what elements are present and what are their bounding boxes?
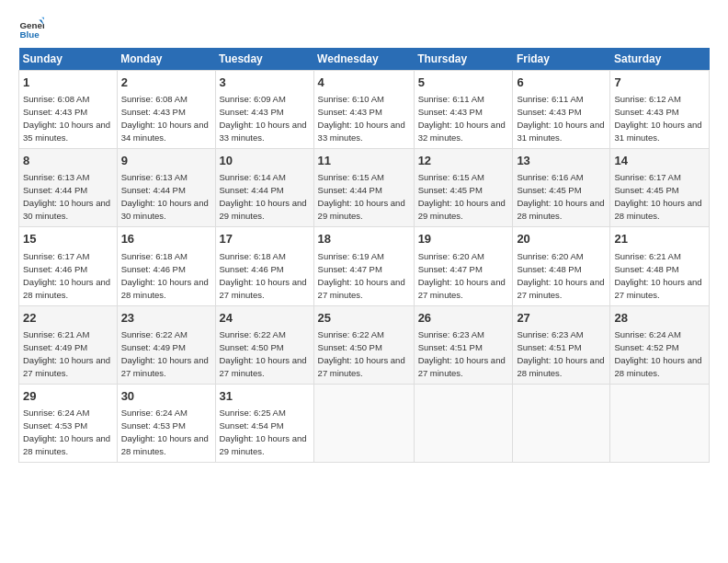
day-info: Sunrise: 6:18 AMSunset: 4:46 PMDaylight:… bbox=[121, 251, 209, 300]
logo-icon: General Blue bbox=[18, 15, 44, 40]
day-info: Sunrise: 6:13 AMSunset: 4:44 PMDaylight:… bbox=[23, 172, 110, 221]
day-number: 15 bbox=[23, 231, 113, 247]
day-info: Sunrise: 6:15 AMSunset: 4:44 PMDaylight:… bbox=[318, 172, 405, 221]
day-number: 22 bbox=[23, 310, 113, 327]
weekday-friday: Friday bbox=[513, 48, 610, 71]
day-info: Sunrise: 6:23 AMSunset: 4:51 PMDaylight:… bbox=[517, 329, 604, 378]
day-info: Sunrise: 6:14 AMSunset: 4:44 PMDaylight:… bbox=[220, 172, 307, 221]
weekday-wednesday: Wednesday bbox=[313, 48, 414, 71]
day-info: Sunrise: 6:21 AMSunset: 4:48 PMDaylight:… bbox=[614, 251, 701, 300]
weekday-thursday: Thursday bbox=[414, 48, 513, 71]
calendar-cell: 29Sunrise: 6:24 AMSunset: 4:53 PMDayligh… bbox=[19, 384, 118, 462]
calendar-cell bbox=[414, 384, 513, 462]
day-info: Sunrise: 6:13 AMSunset: 4:44 PMDaylight:… bbox=[121, 172, 209, 221]
calendar-cell: 12Sunrise: 6:15 AMSunset: 4:45 PMDayligh… bbox=[414, 149, 513, 227]
day-number: 21 bbox=[614, 231, 705, 247]
calendar-cell: 3Sunrise: 6:09 AMSunset: 4:43 PMDaylight… bbox=[215, 71, 313, 149]
day-info: Sunrise: 6:23 AMSunset: 4:51 PMDaylight:… bbox=[418, 329, 506, 378]
day-number: 7 bbox=[614, 75, 705, 91]
day-info: Sunrise: 6:15 AMSunset: 4:45 PMDaylight:… bbox=[418, 172, 506, 221]
calendar-cell bbox=[513, 384, 610, 462]
day-number: 20 bbox=[517, 231, 606, 247]
calendar-cell: 4Sunrise: 6:10 AMSunset: 4:43 PMDaylight… bbox=[313, 71, 414, 149]
day-info: Sunrise: 6:21 AMSunset: 4:49 PMDaylight:… bbox=[23, 329, 110, 378]
calendar-week-2: 8Sunrise: 6:13 AMSunset: 4:44 PMDaylight… bbox=[19, 149, 710, 227]
calendar-cell: 13Sunrise: 6:16 AMSunset: 4:45 PMDayligh… bbox=[513, 149, 610, 227]
day-number: 8 bbox=[23, 153, 113, 169]
calendar-cell: 18Sunrise: 6:19 AMSunset: 4:47 PMDayligh… bbox=[313, 227, 414, 305]
calendar-cell: 24Sunrise: 6:22 AMSunset: 4:50 PMDayligh… bbox=[215, 305, 313, 384]
day-number: 31 bbox=[220, 388, 310, 405]
day-info: Sunrise: 6:24 AMSunset: 4:53 PMDaylight:… bbox=[23, 408, 110, 456]
day-number: 26 bbox=[418, 310, 509, 327]
day-info: Sunrise: 6:18 AMSunset: 4:46 PMDaylight:… bbox=[220, 251, 307, 300]
calendar-cell: 15Sunrise: 6:17 AMSunset: 4:46 PMDayligh… bbox=[19, 227, 118, 305]
weekday-sunday: Sunday bbox=[19, 48, 118, 71]
logo: General Blue bbox=[18, 15, 48, 40]
day-number: 3 bbox=[220, 75, 310, 91]
day-number: 2 bbox=[121, 75, 211, 91]
calendar-cell: 10Sunrise: 6:14 AMSunset: 4:44 PMDayligh… bbox=[215, 149, 313, 227]
day-number: 25 bbox=[318, 310, 410, 327]
day-number: 27 bbox=[517, 310, 606, 327]
day-number: 11 bbox=[318, 153, 410, 169]
day-info: Sunrise: 6:25 AMSunset: 4:54 PMDaylight:… bbox=[220, 408, 307, 456]
day-info: Sunrise: 6:17 AMSunset: 4:45 PMDaylight:… bbox=[614, 172, 701, 221]
calendar-cell: 22Sunrise: 6:21 AMSunset: 4:49 PMDayligh… bbox=[19, 305, 118, 384]
calendar-week-4: 22Sunrise: 6:21 AMSunset: 4:49 PMDayligh… bbox=[19, 305, 710, 384]
day-info: Sunrise: 6:19 AMSunset: 4:47 PMDaylight:… bbox=[318, 251, 405, 300]
calendar-cell: 26Sunrise: 6:23 AMSunset: 4:51 PMDayligh… bbox=[414, 305, 513, 384]
day-number: 6 bbox=[517, 75, 606, 91]
calendar-week-5: 29Sunrise: 6:24 AMSunset: 4:53 PMDayligh… bbox=[19, 384, 710, 462]
calendar-cell: 9Sunrise: 6:13 AMSunset: 4:44 PMDaylight… bbox=[117, 149, 215, 227]
day-number: 17 bbox=[220, 231, 310, 247]
calendar-cell: 14Sunrise: 6:17 AMSunset: 4:45 PMDayligh… bbox=[610, 149, 710, 227]
calendar-cell: 21Sunrise: 6:21 AMSunset: 4:48 PMDayligh… bbox=[610, 227, 710, 305]
calendar-week-3: 15Sunrise: 6:17 AMSunset: 4:46 PMDayligh… bbox=[19, 227, 710, 305]
day-number: 23 bbox=[121, 310, 211, 327]
page-container: General Blue SundayMondayTuesdayWednesda… bbox=[0, 0, 728, 472]
day-number: 16 bbox=[121, 231, 211, 247]
day-number: 13 bbox=[517, 153, 606, 169]
day-info: Sunrise: 6:11 AMSunset: 4:43 PMDaylight:… bbox=[517, 94, 604, 143]
day-info: Sunrise: 6:10 AMSunset: 4:43 PMDaylight:… bbox=[318, 94, 405, 143]
day-info: Sunrise: 6:24 AMSunset: 4:52 PMDaylight:… bbox=[614, 329, 701, 378]
calendar-cell: 1Sunrise: 6:08 AMSunset: 4:43 PMDaylight… bbox=[19, 71, 118, 149]
day-info: Sunrise: 6:24 AMSunset: 4:53 PMDaylight:… bbox=[121, 408, 209, 456]
svg-text:Blue: Blue bbox=[19, 29, 40, 40]
calendar-table: SundayMondayTuesdayWednesdayThursdayFrid… bbox=[18, 48, 710, 463]
day-info: Sunrise: 6:17 AMSunset: 4:46 PMDaylight:… bbox=[23, 251, 110, 300]
day-number: 14 bbox=[614, 153, 705, 169]
calendar-cell: 28Sunrise: 6:24 AMSunset: 4:52 PMDayligh… bbox=[610, 305, 710, 384]
day-number: 24 bbox=[220, 310, 310, 327]
weekday-monday: Monday bbox=[117, 48, 215, 71]
calendar-cell: 7Sunrise: 6:12 AMSunset: 4:43 PMDaylight… bbox=[610, 71, 710, 149]
weekday-header-row: SundayMondayTuesdayWednesdayThursdayFrid… bbox=[19, 48, 710, 71]
header: General Blue bbox=[18, 15, 710, 40]
calendar-cell: 2Sunrise: 6:08 AMSunset: 4:43 PMDaylight… bbox=[117, 71, 215, 149]
day-number: 5 bbox=[418, 75, 509, 91]
day-info: Sunrise: 6:12 AMSunset: 4:43 PMDaylight:… bbox=[614, 94, 701, 143]
day-info: Sunrise: 6:20 AMSunset: 4:47 PMDaylight:… bbox=[418, 251, 506, 300]
day-info: Sunrise: 6:08 AMSunset: 4:43 PMDaylight:… bbox=[121, 94, 209, 143]
day-info: Sunrise: 6:08 AMSunset: 4:43 PMDaylight:… bbox=[23, 94, 110, 143]
calendar-cell: 8Sunrise: 6:13 AMSunset: 4:44 PMDaylight… bbox=[19, 149, 118, 227]
weekday-tuesday: Tuesday bbox=[215, 48, 313, 71]
calendar-cell: 11Sunrise: 6:15 AMSunset: 4:44 PMDayligh… bbox=[313, 149, 414, 227]
day-number: 28 bbox=[614, 310, 705, 327]
calendar-week-1: 1Sunrise: 6:08 AMSunset: 4:43 PMDaylight… bbox=[19, 71, 710, 149]
calendar-cell: 17Sunrise: 6:18 AMSunset: 4:46 PMDayligh… bbox=[215, 227, 313, 305]
calendar-cell: 27Sunrise: 6:23 AMSunset: 4:51 PMDayligh… bbox=[513, 305, 610, 384]
calendar-cell: 30Sunrise: 6:24 AMSunset: 4:53 PMDayligh… bbox=[117, 384, 215, 462]
calendar-cell: 19Sunrise: 6:20 AMSunset: 4:47 PMDayligh… bbox=[414, 227, 513, 305]
day-info: Sunrise: 6:22 AMSunset: 4:50 PMDaylight:… bbox=[220, 329, 307, 378]
calendar-cell: 23Sunrise: 6:22 AMSunset: 4:49 PMDayligh… bbox=[117, 305, 215, 384]
day-info: Sunrise: 6:22 AMSunset: 4:49 PMDaylight:… bbox=[121, 329, 209, 378]
day-info: Sunrise: 6:09 AMSunset: 4:43 PMDaylight:… bbox=[220, 94, 307, 143]
calendar-cell bbox=[313, 384, 414, 462]
day-number: 4 bbox=[318, 75, 410, 91]
day-info: Sunrise: 6:16 AMSunset: 4:45 PMDaylight:… bbox=[517, 172, 604, 221]
calendar-cell: 16Sunrise: 6:18 AMSunset: 4:46 PMDayligh… bbox=[117, 227, 215, 305]
day-number: 1 bbox=[23, 75, 113, 91]
day-number: 12 bbox=[418, 153, 509, 169]
